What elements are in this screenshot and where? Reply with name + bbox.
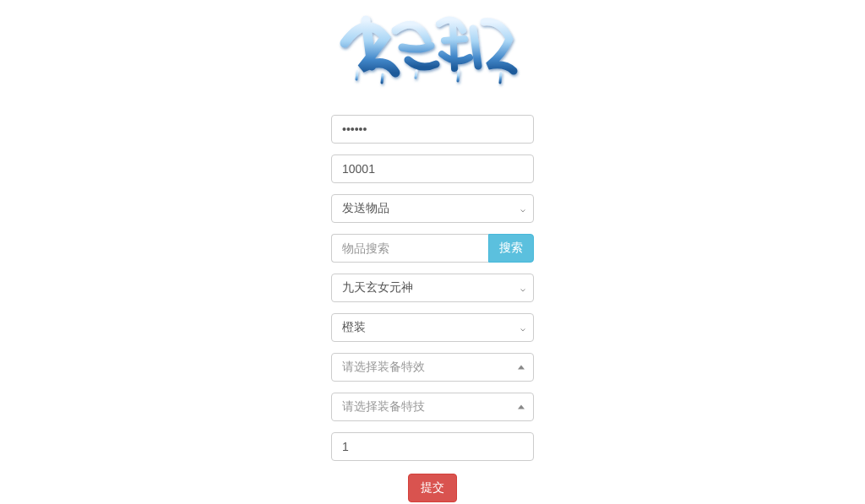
equip-effect-dropdown[interactable]: 请选择装备特效 — [331, 353, 534, 382]
action-select[interactable]: 发送物品 — [331, 194, 534, 223]
player-id-input[interactable] — [331, 154, 534, 183]
caret-up-icon — [518, 405, 525, 409]
equip-skill-placeholder: 请选择装备特技 — [342, 399, 425, 415]
caret-up-icon — [518, 366, 525, 370]
quantity-input[interactable] — [331, 432, 534, 461]
submit-button[interactable]: 提交 — [408, 474, 457, 502]
form-container: 发送物品 ⌵ 搜索 九天玄女元神 ⌵ 橙装 ⌵ 请选择装备特效 — [331, 5, 534, 502]
quality-select[interactable]: 橙装 — [331, 313, 534, 342]
game-logo — [336, 5, 522, 98]
search-button[interactable]: 搜索 — [488, 234, 534, 263]
equip-skill-dropdown[interactable]: 请选择装备特技 — [331, 393, 534, 421]
equip-effect-placeholder: 请选择装备特效 — [342, 360, 425, 375]
password-input[interactable] — [331, 115, 534, 144]
item-select[interactable]: 九天玄女元神 — [331, 274, 534, 302]
item-search-input[interactable] — [331, 234, 488, 263]
